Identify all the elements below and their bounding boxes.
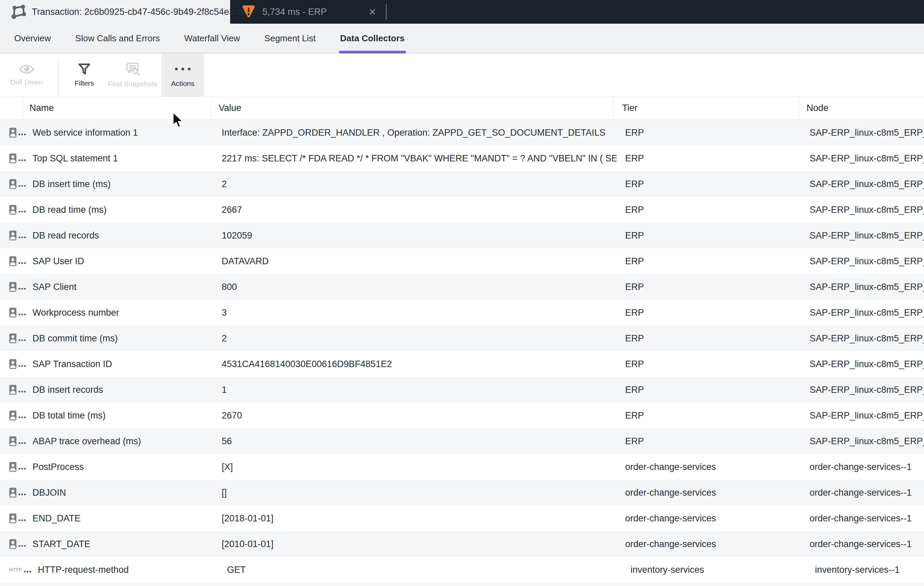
data-collector-person-icon [9, 128, 16, 138]
row-node: SAP-ERP_linux-c8m5_ERP_00 [802, 385, 924, 395]
table-row[interactable]: HTTP HTTP-request-method GET inventory-s… [0, 557, 924, 583]
ellipsis-icon [175, 62, 191, 76]
row-type-cell: HTTP [0, 487, 26, 498]
table-row[interactable]: HTTP Top SQL statement 1 2217 ms: SELECT… [0, 145, 924, 171]
row-tier: inventory-services [622, 565, 807, 575]
toolbar-divider [58, 62, 59, 96]
tab-segment-list[interactable]: Segment List [264, 24, 316, 53]
truncation-dots-icon [19, 160, 26, 161]
data-collector-person-icon [9, 539, 16, 549]
transaction-tab[interactable]: Transaction: 2c6b0925-cb47-456c-9b49-2f8… [0, 0, 230, 24]
row-type-cell: HTTP [0, 153, 26, 163]
row-name: DB total time (ms) [26, 410, 214, 421]
table-row[interactable]: HTTP DB read time (ms) 2667 ERP SAP-ERP_… [0, 197, 924, 222]
row-node: SAP-ERP_linux-c8m5_ERP_00 [802, 359, 924, 369]
filters-button[interactable]: Filters [62, 53, 106, 96]
data-collector-person-icon [9, 153, 16, 163]
view-tabs: Overview Slow Calls and Errors Waterfall… [0, 24, 924, 53]
row-name: SAP User ID [26, 256, 214, 267]
row-tier: order-change-services [617, 487, 802, 498]
truncation-dots-icon [19, 211, 26, 212]
table-body: HTTP Web service information 1 Interface… [0, 120, 924, 586]
tab-slow-calls-and-errors[interactable]: Slow Calls and Errors [75, 24, 160, 53]
row-tier: ERP [617, 359, 802, 369]
data-collector-person-icon [9, 410, 16, 421]
table-header: Name Value Tier Node [0, 97, 924, 120]
row-type-cell: HTTP [0, 567, 31, 573]
row-value: 1 [214, 385, 617, 395]
data-collector-person-icon [9, 487, 16, 498]
table-row[interactable]: HTTP PostProcess [X] order-change-servic… [0, 454, 924, 480]
row-type-cell: HTTP [0, 128, 26, 138]
table-row[interactable]: HTTP DB insert records 1 ERP SAP-ERP_lin… [0, 377, 924, 403]
row-name: ABAP trace overhead (ms) [26, 436, 214, 447]
table-row[interactable]: HTTP Web service information 1 Interface… [0, 120, 924, 145]
row-value: [2010-01-01] [214, 539, 617, 550]
row-node: order-change-services--1 [802, 539, 924, 550]
drill-down-label: Drill Down [10, 78, 43, 86]
row-node: SAP-ERP_linux-c8m5_ERP_00 [802, 179, 924, 189]
row-node: order-change-services--1 [802, 487, 924, 498]
data-collector-person-icon [9, 205, 16, 215]
row-name: DB insert records [26, 385, 214, 395]
table-row[interactable]: HTTP SAP Client 800 ERP SAP-ERP_linux-c8… [0, 274, 924, 300]
row-value: 3 [214, 308, 617, 318]
row-value: Interface: ZAPPD_ORDER_HANDLER , Operati… [214, 128, 617, 138]
data-collector-person-icon [9, 282, 16, 292]
row-type-cell: HTTP [0, 333, 26, 343]
table-row[interactable]: HTTP Workprocess number 3 ERP SAP-ERP_li… [0, 300, 924, 326]
table-row[interactable]: HTTP ABAP trace overhead (ms) 56 ERP SAP… [0, 428, 924, 454]
tab-data-collectors[interactable]: Data Collectors [340, 24, 405, 53]
tab-separator [386, 4, 386, 20]
row-name: PostProcess [26, 462, 214, 472]
table-row[interactable]: HTTP SAP Transaction ID 4531CA4168140030… [0, 351, 924, 377]
data-collector-person-icon [9, 308, 16, 318]
row-type-cell: HTTP [0, 513, 26, 523]
table-row[interactable]: HTTP DB read records 102059 ERP SAP-ERP_… [0, 222, 924, 249]
row-value: [] [214, 487, 617, 498]
row-type-cell: HTTP [0, 410, 26, 421]
row-node: SAP-ERP_linux-c8m5_ERP_00 [802, 436, 924, 447]
warning-icon [241, 5, 256, 19]
table-row[interactable]: HTTP SAP User ID DATAVARD ERP SAP-ERP_li… [0, 249, 924, 274]
row-tier: order-change-services [617, 539, 802, 550]
table-row[interactable]: HTTP DB insert time (ms) 2 ERP SAP-ERP_l… [0, 171, 924, 197]
row-node: inventory-services--1 [807, 565, 924, 575]
transaction-icon [10, 4, 27, 20]
top-tab-bar: Transaction: 2c6b0925-cb47-456c-9b49-2f8… [0, 0, 924, 24]
table-row[interactable]: HTTP END_DATE [2018-01-01] order-change-… [0, 505, 924, 531]
row-value: 2217 ms: SELECT /* FDA READ */ * FROM "V… [214, 153, 617, 164]
snapshot-tab[interactable]: 5,734 ms - ERP ✕ [230, 0, 386, 24]
row-value: [X] [214, 462, 617, 472]
row-node: SAP-ERP_linux-c8m5_ERP_00 [802, 256, 924, 267]
truncation-dots-icon [19, 288, 26, 290]
table-row[interactable]: HTTP DB commit time (ms) 2 ERP SAP-ERP_l… [0, 326, 924, 351]
drill-down-button[interactable]: Drill Down [4, 53, 48, 96]
table-row[interactable]: HTTP DBJOIN [] order-change-services ord… [0, 480, 924, 505]
row-node: SAP-ERP_linux-c8m5_ERP_00 [802, 205, 924, 215]
truncation-dots-icon [19, 339, 26, 341]
truncation-dots-icon [19, 519, 26, 521]
row-name: DB read time (ms) [26, 205, 214, 215]
row-value: 56 [214, 436, 617, 447]
tab-waterfall-view[interactable]: Waterfall View [184, 24, 240, 53]
table-row[interactable]: HTTP DB total time (ms) 2670 ERP SAP-ERP… [0, 403, 924, 428]
find-snapshots-button[interactable]: Find Snapshots [105, 53, 160, 96]
actions-button[interactable]: Actions [162, 53, 204, 96]
tab-overview[interactable]: Overview [14, 24, 51, 53]
truncation-dots-icon [19, 468, 26, 470]
truncation-dots-icon [19, 442, 26, 444]
header-node: Node [799, 97, 924, 120]
close-icon[interactable]: ✕ [366, 5, 379, 19]
table-row[interactable]: HTTP START_DATE [2010-01-01] order-chang… [0, 531, 924, 557]
row-tier: ERP [617, 128, 802, 138]
row-name: Web service information 1 [26, 128, 214, 138]
row-node: SAP-ERP_linux-c8m5_ERP_00 [802, 230, 924, 241]
row-value: 102059 [214, 230, 617, 241]
row-type-cell: HTTP [0, 436, 26, 446]
truncation-dots-icon [19, 133, 26, 135]
data-collector-person-icon [9, 230, 16, 240]
row-name: HTTP-request-method [31, 565, 220, 575]
table-row[interactable] [0, 583, 924, 586]
data-collector-person-icon [9, 436, 16, 446]
